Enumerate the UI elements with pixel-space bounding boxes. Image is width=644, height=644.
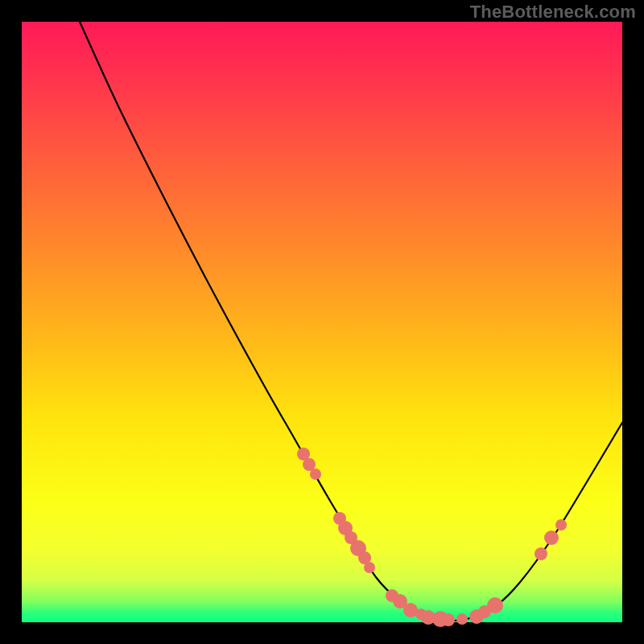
watermark-text: TheBottleneck.com (470, 2, 636, 23)
curve-marker (487, 597, 503, 613)
curve-marker (364, 562, 375, 573)
curve-marker (555, 519, 567, 530)
curve-marker (456, 613, 468, 625)
chart-frame: TheBottleneck.com (0, 0, 644, 644)
curve-marker (535, 547, 547, 560)
curve-marker (442, 613, 455, 626)
curve-markers (297, 448, 567, 627)
curve-svg (22, 22, 622, 622)
plot-area (22, 22, 622, 622)
curve-marker (310, 469, 321, 480)
curve-marker (544, 530, 559, 545)
